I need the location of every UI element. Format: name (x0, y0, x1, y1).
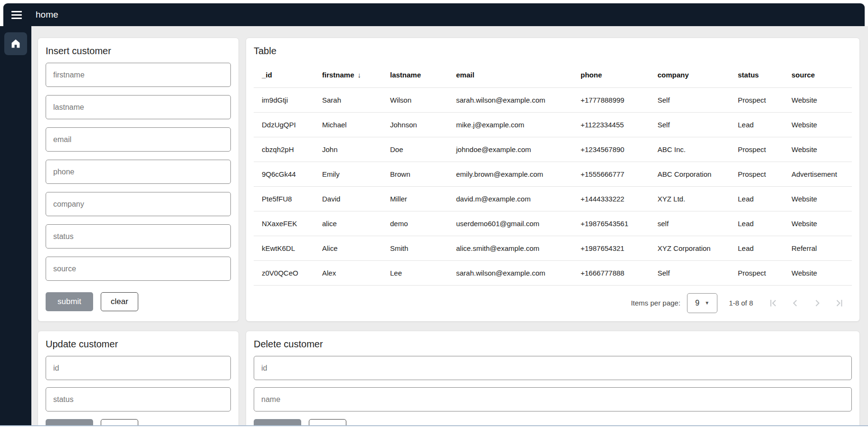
phone-field[interactable] (46, 160, 231, 184)
update-card-title: Update customer (46, 339, 231, 350)
first-page-button[interactable] (766, 296, 781, 310)
table-cell: Doe (382, 137, 448, 162)
table-cell: cbzqh2pH (254, 137, 314, 162)
items-per-page-select[interactable]: 9 ▼ (687, 293, 717, 313)
column-header-phone[interactable]: phone (572, 63, 649, 87)
table-cell: david.m@example.com (448, 186, 572, 211)
insert-submit-button[interactable]: submit (46, 292, 93, 311)
table-cell: +1777888999 (572, 87, 649, 112)
column-header-email[interactable]: email (448, 63, 572, 87)
table-cell: NXaxeFEK (254, 211, 314, 236)
sidebar (0, 26, 31, 430)
column-header-id[interactable]: _id (254, 63, 314, 87)
table-cell: Self (649, 112, 730, 137)
table-cell: +1234567890 (572, 137, 649, 162)
table-cell: Lead (730, 112, 783, 137)
next-page-button[interactable] (810, 296, 824, 310)
insert-card-title: Insert customer (46, 46, 231, 57)
table-cell: XYZ Ltd. (649, 186, 730, 211)
table-cell: alice.smith@example.com (448, 236, 572, 260)
table-card: Table _id firstname↓ lastname email phon… (246, 38, 860, 322)
table-cell: +1444333222 (572, 186, 649, 211)
delete-customer-card: Delete customer submit clear (246, 331, 860, 430)
table-cell: 9Q6cGk44 (254, 162, 314, 186)
paginator-nav (766, 296, 846, 310)
first-page-icon (768, 297, 779, 309)
table-cell: alice (314, 211, 382, 236)
delete-id-field[interactable] (254, 356, 852, 380)
table-cell: demo (382, 211, 448, 236)
lastname-field[interactable] (46, 95, 231, 119)
insert-button-row: submit clear (46, 292, 231, 311)
delete-name-field[interactable] (254, 387, 852, 411)
hamburger-menu-icon[interactable] (11, 11, 22, 19)
main-content: Insert customer submit clear Table _id f… (31, 26, 868, 430)
table-cell: ABC Corporation (649, 162, 730, 186)
table-cell: Website (783, 211, 852, 236)
table-cell: +1987654321 (572, 236, 649, 260)
table-cell: Lee (382, 260, 448, 285)
topbar: home (3, 3, 865, 26)
insert-customer-card: Insert customer submit clear (38, 38, 239, 322)
column-header-status[interactable]: status (730, 63, 783, 87)
table-cell: Advertisement (783, 162, 852, 186)
table-cell: +19876543561 (572, 211, 649, 236)
table-cell: emily.brown@example.com (448, 162, 572, 186)
table-row: DdzUgQPIMichaelJohnsonmike.j@example.com… (254, 112, 852, 137)
company-field[interactable] (46, 192, 231, 216)
paginator-range-label: 1-8 of 8 (729, 299, 753, 307)
table-cell: ABC Inc. (649, 137, 730, 162)
table-cell: Website (783, 260, 852, 285)
table-cell: Johnson (382, 112, 448, 137)
table-cell: Lead (730, 186, 783, 211)
table-card-title: Table (254, 46, 852, 57)
column-header-firstname[interactable]: firstname↓ (314, 63, 382, 87)
table-cell: Emily (314, 162, 382, 186)
table-row: 9Q6cGk44EmilyBrownemily.brown@example.co… (254, 162, 852, 186)
previous-page-button[interactable] (788, 296, 802, 310)
table-cell: Alice (314, 236, 382, 260)
column-header-company[interactable]: company (649, 63, 730, 87)
table-row: im9dGtjiSarahWilsonsarah.wilson@example.… (254, 87, 852, 112)
table-cell: Brown (382, 162, 448, 186)
table-cell: Prospect (730, 162, 783, 186)
insert-form (46, 63, 231, 281)
status-field[interactable] (46, 224, 231, 248)
table-cell: im9dGtji (254, 87, 314, 112)
last-page-button[interactable] (832, 296, 846, 310)
column-header-source[interactable]: source (783, 63, 852, 87)
table-cell: Michael (314, 112, 382, 137)
last-page-icon (833, 297, 845, 309)
table-cell: Alex (314, 260, 382, 285)
paginator: Items per page: 9 ▼ 1-8 of 8 (254, 293, 852, 313)
previous-page-icon (790, 297, 801, 309)
table-cell: userdemo601@gmail.com (448, 211, 572, 236)
table-cell: johndoe@example.com (448, 137, 572, 162)
table-cell: Sarah (314, 87, 382, 112)
insert-clear-button[interactable]: clear (101, 292, 138, 311)
firstname-field[interactable] (46, 63, 231, 87)
delete-form (254, 356, 852, 411)
table-cell: z0V0QCeO (254, 260, 314, 285)
home-icon (10, 38, 21, 49)
table-cell: +1555666777 (572, 162, 649, 186)
update-status-field[interactable] (46, 387, 231, 411)
table-cell: Smith (382, 236, 448, 260)
table-cell: kEwtK6DL (254, 236, 314, 260)
delete-card-title: Delete customer (254, 339, 852, 350)
table-header-row: _id firstname↓ lastname email phone comp… (254, 63, 852, 87)
update-id-field[interactable] (46, 356, 231, 380)
column-header-lastname[interactable]: lastname (382, 63, 448, 87)
table-cell: Referral (783, 236, 852, 260)
table-cell: Self (649, 260, 730, 285)
table-cell: Website (783, 87, 852, 112)
email-field[interactable] (46, 127, 231, 152)
table-cell: Website (783, 137, 852, 162)
table-cell: Lead (730, 236, 783, 260)
table-cell: Prospect (730, 260, 783, 285)
sidebar-item-home[interactable] (4, 32, 27, 55)
table-cell: DdzUgQPI (254, 112, 314, 137)
table-cell: sarah.wilson@example.com (448, 260, 572, 285)
source-field[interactable] (46, 257, 231, 281)
update-form (46, 356, 231, 411)
